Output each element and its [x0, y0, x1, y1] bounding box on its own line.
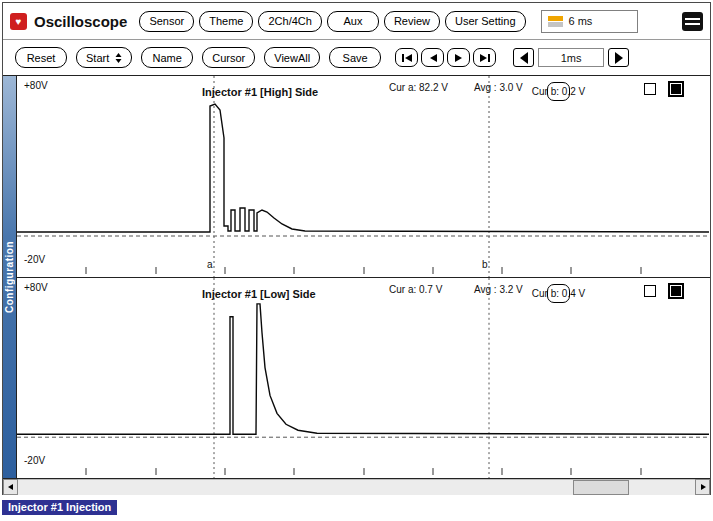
step-back-icon[interactable]: [421, 48, 444, 67]
cursor-time-value: 6 ms: [569, 15, 593, 27]
oscilloscope-window: ♥ Oscilloscope Sensor Theme 2Ch/4Ch Aux …: [2, 2, 711, 495]
theme-button[interactable]: Theme: [199, 11, 253, 32]
waveform-trace: [17, 304, 709, 434]
step-forward-icon[interactable]: [447, 48, 470, 67]
user-setting-button[interactable]: User Setting: [445, 11, 526, 32]
up-down-spinner-icon: [115, 52, 122, 64]
playback-controls: [395, 48, 496, 67]
scope-channels: +80V Injector #1 [High] Side Cur a: 82.2…: [17, 76, 710, 478]
reset-button[interactable]: Reset: [15, 47, 67, 68]
cursor-button[interactable]: Cursor: [202, 47, 255, 68]
sensor-button[interactable]: Sensor: [139, 11, 194, 32]
title-bar: ♥ Oscilloscope Sensor Theme 2Ch/4Ch Aux …: [3, 3, 710, 40]
start-label: Start: [86, 52, 109, 64]
cursor-b-tag: b: [482, 259, 488, 270]
toolbar: Reset Start Name Cursor ViewAll Save: [3, 40, 710, 75]
main-area: Configuration +80V Injector #1 [High] Si…: [3, 75, 710, 479]
channel-panel-1: +80V Injector #1 [High] Side Cur a: 82.2…: [17, 76, 710, 277]
cursor-time-readout: 6 ms: [541, 10, 638, 33]
review-button[interactable]: Review: [384, 11, 440, 32]
timebase-value: 1ms: [538, 48, 604, 67]
scrollbar-thumb[interactable]: [573, 480, 629, 495]
save-button[interactable]: Save: [329, 47, 381, 68]
y-max-label: +80V: [24, 282, 48, 293]
app-logo-icon[interactable]: ♥: [10, 13, 27, 30]
x-axis-ticks: [86, 468, 641, 475]
y-min-label: -20V: [24, 254, 45, 265]
channel-active-indicator[interactable]: [668, 81, 684, 97]
cursor-b-readout: Cur b: 0.2 V: [547, 82, 570, 101]
channel-checkbox[interactable]: [644, 285, 656, 297]
channel-2-plot: [17, 278, 710, 478]
timebase-decrease-icon[interactable]: [513, 48, 534, 67]
aux-button[interactable]: Aux: [327, 11, 379, 32]
channel-mode-button[interactable]: 2Ch/4Ch: [258, 11, 321, 32]
cursor-a-readout: Cur a: 0.7 V: [389, 284, 442, 295]
menu-icon[interactable]: [682, 12, 703, 31]
timebase-control: 1ms: [513, 48, 629, 67]
average-readout: Avg : 3.0 V: [474, 82, 523, 93]
channel-checkbox[interactable]: [644, 83, 656, 95]
cursor-ab-icon: [548, 15, 563, 28]
viewall-button[interactable]: ViewAll: [264, 47, 320, 68]
channel-1-plot: [17, 76, 710, 277]
y-min-label: -20V: [24, 455, 45, 466]
start-dropdown-button[interactable]: Start: [76, 47, 132, 68]
app-title: Oscilloscope: [34, 13, 127, 30]
configuration-tab[interactable]: Configuration: [3, 76, 17, 478]
channel-panel-2: +80V Injector #1 [Low] Side Cur a: 0.7 V…: [17, 277, 710, 478]
cursor-b-readout: Cur b: 0.4 V: [547, 284, 570, 303]
active-record-label: Injector #1 Injection: [2, 500, 117, 515]
scroll-right-icon[interactable]: [695, 479, 710, 495]
channel-title: Injector #1 [High] Side: [202, 86, 318, 98]
name-button[interactable]: Name: [141, 47, 193, 68]
status-row: Injector #1 Injection: [2, 497, 711, 515]
scrollbar-track[interactable]: [18, 479, 695, 495]
timebase-increase-icon[interactable]: [608, 48, 629, 67]
waveform-trace: [17, 104, 709, 232]
skip-to-end-icon[interactable]: [473, 48, 496, 67]
y-max-label: +80V: [24, 80, 48, 91]
skip-to-start-icon[interactable]: [395, 48, 418, 67]
scroll-left-icon[interactable]: [3, 479, 18, 495]
horizontal-scrollbar[interactable]: [3, 479, 710, 495]
configuration-tab-label: Configuration: [4, 241, 15, 313]
channel-active-indicator[interactable]: [668, 283, 684, 299]
average-readout: Avg : 3.2 V: [474, 284, 523, 295]
cursor-a-tag: a: [207, 259, 213, 270]
x-axis-ticks: [86, 267, 641, 274]
channel-title: Injector #1 [Low] Side: [202, 288, 316, 300]
cursor-a-readout: Cur a: 82.2 V: [389, 82, 448, 93]
